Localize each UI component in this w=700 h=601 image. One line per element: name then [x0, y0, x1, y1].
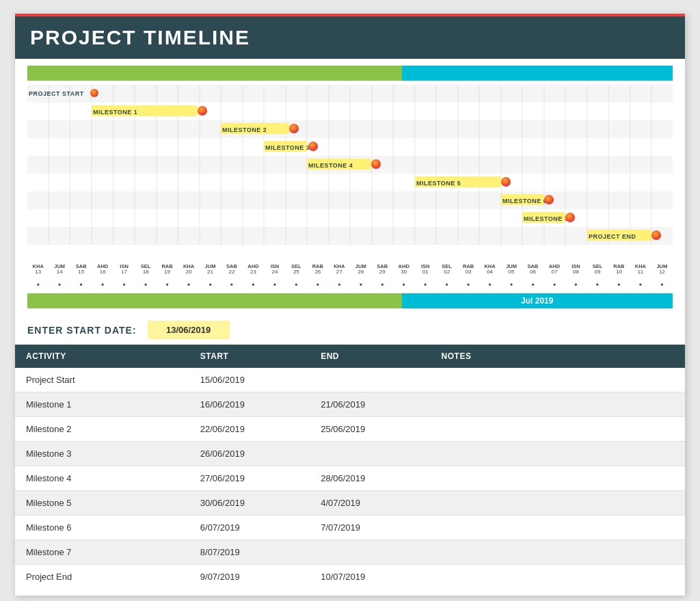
- cell-notes: [431, 392, 685, 417]
- cell-end: 25/06/2019: [310, 417, 430, 442]
- svg-text:MILESTONE 4: MILESTONE 4: [308, 162, 353, 169]
- table-row: Milestone 3 26/06/2019: [15, 442, 685, 466]
- x-axis-item: KHA20: [178, 264, 199, 276]
- timeline-dot: [651, 278, 673, 291]
- timeline-dot: [543, 278, 565, 291]
- x-axis-item: AHD07: [543, 264, 565, 276]
- table-row: Milestone 2 22/06/2019 25/06/2019: [15, 417, 685, 442]
- x-axis: KHA13JUM14SAB15AHD16ISN17SEL18RAB19KHA20…: [27, 263, 673, 277]
- x-axis-item: SEL09: [587, 264, 608, 276]
- x-axis-item: JUM21: [200, 264, 221, 276]
- svg-point-63: [651, 230, 661, 240]
- x-axis-item: AHD30: [393, 264, 414, 276]
- svg-text:PROJECT END: PROJECT END: [589, 233, 636, 240]
- table-header-row: ACTIVITY START END NOTES: [15, 345, 685, 368]
- cell-activity: Milestone 1: [15, 392, 189, 417]
- gantt-svg: PROJECT START MILESTONE 1 MILESTONE 2 MI…: [27, 85, 673, 263]
- top-bar-green: [27, 66, 402, 81]
- x-axis-item: RAB19: [157, 264, 178, 276]
- cell-activity: Project Start: [15, 368, 189, 392]
- table-row: Milestone 7 8/07/2019: [15, 540, 685, 565]
- timeline-dot: [436, 278, 457, 291]
- top-bars: [27, 66, 673, 81]
- gantt-chart: PROJECT START MILESTONE 1 MILESTONE 2 MI…: [27, 85, 673, 263]
- svg-text:MILESTONE 3: MILESTONE 3: [265, 144, 310, 151]
- table-row: Milestone 1 16/06/2019 21/06/2019: [15, 392, 685, 417]
- svg-text:MILESTONE 2: MILESTONE 2: [222, 126, 267, 133]
- svg-point-60: [565, 213, 575, 222]
- cell-notes: [431, 368, 685, 392]
- date-input-label: ENTER START DATE:: [27, 325, 137, 336]
- svg-point-45: [289, 124, 299, 133]
- col-notes: NOTES: [431, 345, 685, 368]
- x-axis-item: RAB26: [307, 264, 328, 276]
- svg-text:MILESTONE 6: MILESTONE 6: [502, 198, 547, 204]
- timeline-dot: [414, 278, 435, 291]
- cell-end: [310, 442, 430, 466]
- cell-end: 10/07/2019: [310, 565, 430, 589]
- x-axis-item: ISN24: [264, 264, 285, 276]
- svg-text:PROJECT START: PROJECT START: [29, 90, 84, 97]
- cell-notes: [431, 442, 685, 466]
- x-axis-item: ISN01: [414, 264, 435, 276]
- x-axis-item: JUM12: [651, 264, 673, 276]
- timeline-dot: [200, 278, 221, 291]
- table-body: Project Start 15/06/2019 Milestone 1 16/…: [15, 368, 685, 589]
- table-row: Project End 9/07/2019 10/07/2019: [15, 565, 685, 589]
- cell-start: 6/07/2019: [189, 516, 310, 540]
- x-axis-item: RAB03: [457, 264, 479, 276]
- timeline-dot: [587, 278, 608, 291]
- cell-end: 4/07/2019: [310, 491, 430, 516]
- x-axis-item: JUM14: [49, 264, 70, 276]
- cell-end: 28/06/2019: [310, 466, 430, 491]
- x-axis-item: KHA11: [630, 264, 651, 276]
- x-axis-item: AHD23: [243, 264, 264, 276]
- cell-start: 8/07/2019: [189, 540, 310, 565]
- cell-start: 16/06/2019: [189, 392, 310, 417]
- cell-activity: Milestone 4: [15, 466, 189, 491]
- col-activity: ACTIVITY: [15, 345, 189, 368]
- cell-activity: Milestone 7: [15, 540, 189, 565]
- table-row: Milestone 5 30/06/2019 4/07/2019: [15, 491, 685, 516]
- page-title: PROJECT TIMELINE: [30, 26, 670, 49]
- date-input-section: ENTER START DATE: 13/06/2019: [15, 312, 685, 345]
- x-axis-item: KHA04: [479, 264, 500, 276]
- svg-point-39: [90, 89, 98, 97]
- x-axis-item: SEL02: [436, 264, 457, 276]
- timeline-dot: [157, 278, 178, 291]
- cell-end: [310, 540, 430, 565]
- main-card: PROJECT TIMELINE: [15, 14, 685, 596]
- cell-end: [310, 368, 430, 392]
- bottom-bars: Jul 2019: [27, 293, 673, 308]
- timeline-section: PROJECT START MILESTONE 1 MILESTONE 2 MI…: [15, 59, 685, 312]
- cell-end: 7/07/2019: [310, 516, 430, 540]
- cell-notes: [431, 466, 685, 491]
- timeline-dot: [350, 278, 371, 291]
- col-start: START: [189, 345, 310, 368]
- timeline-dot: [522, 278, 543, 291]
- cell-start: 15/06/2019: [189, 368, 310, 392]
- table-row: Milestone 4 27/06/2019 28/06/2019: [15, 466, 685, 491]
- cell-notes: [431, 540, 685, 565]
- top-bar-teal: [402, 66, 673, 81]
- x-axis-item: ISN17: [113, 264, 135, 276]
- svg-point-54: [501, 177, 511, 187]
- timeline-dot: [329, 278, 350, 291]
- timeline-dot: [92, 278, 113, 291]
- timeline-dot: [27, 278, 49, 291]
- date-input-value[interactable]: 13/06/2019: [148, 321, 230, 339]
- svg-text:MILESTONE 1: MILESTONE 1: [93, 109, 137, 116]
- timeline-dot: [49, 278, 70, 291]
- cell-activity: Milestone 6: [15, 516, 189, 540]
- cell-start: 30/06/2019: [189, 491, 310, 516]
- cell-notes: [431, 516, 685, 540]
- x-axis-item: SEL25: [286, 264, 307, 276]
- cell-end: 21/06/2019: [310, 392, 430, 417]
- x-axis-item: JUM28: [350, 264, 371, 276]
- x-axis-item: SAB06: [522, 264, 543, 276]
- data-table: ACTIVITY START END NOTES Project Start 1…: [15, 345, 685, 589]
- table-row: Project Start 15/06/2019: [15, 368, 685, 392]
- svg-point-42: [198, 106, 207, 116]
- timeline-dot: [393, 278, 414, 291]
- cell-activity: Milestone 2: [15, 417, 189, 442]
